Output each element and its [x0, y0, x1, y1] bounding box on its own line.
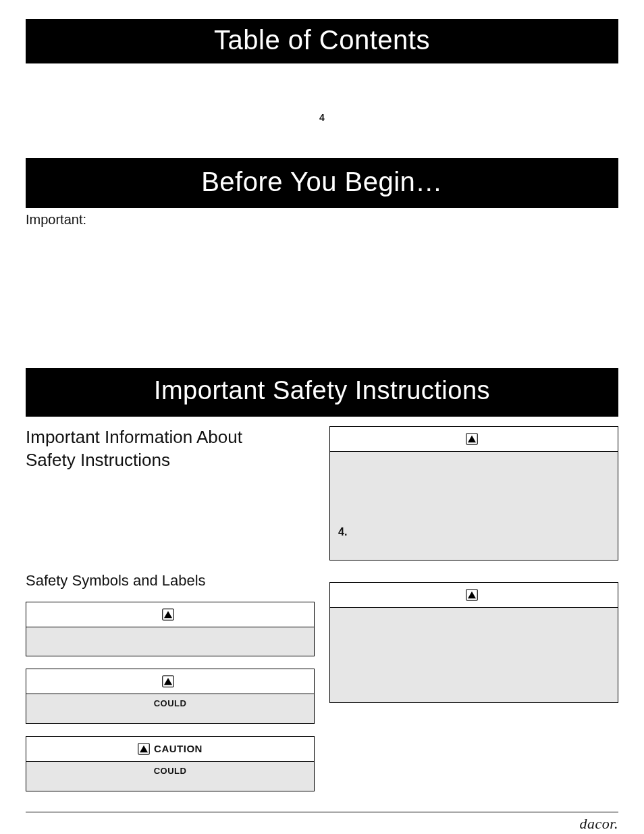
safety-box-danger: [26, 602, 315, 656]
list-number-4: 4.: [338, 526, 610, 538]
toc-header-text: Table of Contents: [214, 25, 430, 55]
safety-box-warning-header: [26, 669, 314, 694]
brand-logo: dacor.: [26, 815, 618, 833]
footer-rule: [26, 812, 618, 812]
info-about-safety-heading: Important Information About Safety Instr…: [26, 426, 315, 472]
alert-triangle-icon: [466, 589, 478, 601]
important-label: Important:: [26, 212, 618, 228]
toc-page-ref: 4: [26, 112, 618, 123]
caution-label: CAUTION: [154, 743, 203, 754]
safety-box-right-2-header: [330, 583, 618, 608]
right-column: 4.: [329, 421, 618, 703]
before-you-begin-header: Before You Begin…: [26, 158, 618, 208]
toc-header: Table of Contents: [26, 19, 618, 63]
safety-box-right-2: [329, 582, 618, 703]
safety-box-right-1-header: [330, 427, 618, 452]
safety-box-caution-header: CAUTION: [26, 737, 314, 762]
left-column: Important Information About Safety Instr…: [26, 421, 315, 791]
safety-box-warning: COULD: [26, 669, 315, 724]
safety-box-caution: CAUTION COULD: [26, 736, 315, 791]
alert-triangle-icon: [162, 608, 174, 621]
safety-box-danger-header: [26, 602, 314, 627]
could-text: COULD: [154, 766, 187, 776]
safety-instructions-text: Important Safety Instructions: [154, 375, 490, 407]
safety-box-right-1: 4.: [329, 426, 618, 561]
safety-box-right-1-body: 4.: [330, 452, 618, 560]
safety-box-danger-body: [26, 627, 314, 656]
info-heading-line1: Important Information About: [26, 427, 242, 447]
safety-box-warning-body: COULD: [26, 694, 314, 723]
safety-box-right-2-body: [330, 608, 618, 702]
before-you-begin-text: Before You Begin…: [201, 165, 443, 199]
safety-symbols-heading: Safety Symbols and Labels: [26, 572, 315, 590]
alert-triangle-icon: [138, 743, 150, 755]
safety-box-caution-body: COULD: [26, 762, 314, 791]
info-heading-line2: Safety Instructions: [26, 450, 170, 470]
alert-triangle-icon: [162, 675, 174, 687]
alert-triangle-icon: [466, 433, 478, 445]
safety-instructions-header: Important Safety Instructions: [26, 368, 618, 417]
could-text: COULD: [154, 698, 187, 708]
